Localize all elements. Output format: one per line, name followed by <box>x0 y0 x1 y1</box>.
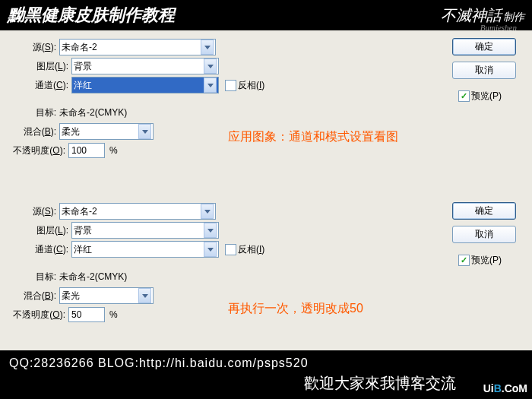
chevron-down-icon <box>204 223 217 238</box>
annotation-1: 应用图象：通道和模式设置看图 <box>228 129 398 145</box>
chevron-down-icon <box>204 59 217 74</box>
tutorial-title: 黝黑健康皮肤制作教程 <box>8 4 441 27</box>
site-watermark: UiB.CoM <box>483 382 527 394</box>
opacity-input[interactable] <box>68 143 105 158</box>
channel-label: 通道(C): <box>0 79 68 92</box>
channel-select[interactable]: 洋红 <box>71 241 219 258</box>
channel-select[interactable]: 洋红 <box>71 77 219 93</box>
invert-checkbox[interactable] <box>225 244 236 255</box>
preview-checkbox[interactable] <box>458 255 470 266</box>
blend-label: 混合(B): <box>0 290 56 302</box>
footer-welcome: 歡迎大家來我博客交流 <box>0 372 532 395</box>
layer-label: 图层(L): <box>0 224 68 237</box>
layer-select[interactable]: 背景 <box>71 58 219 74</box>
source-label: 源(S): <box>0 41 56 54</box>
annotation-2: 再执行一次，透明改成50 <box>228 301 363 317</box>
apply-image-dialog-2: 确定 取消 预览(P) 源(S): 未命名-2 图层(L): 背景 通道(C):… <box>0 195 532 359</box>
blend-select[interactable]: 柔光 <box>59 123 154 140</box>
source-select[interactable]: 未命名-2 <box>59 203 216 220</box>
source-label: 源(S): <box>0 205 56 218</box>
chevron-down-icon <box>201 204 214 219</box>
opacity-unit: % <box>109 309 118 320</box>
cancel-button[interactable]: 取消 <box>452 226 516 243</box>
invert-label: 反相(I) <box>238 243 264 256</box>
chevron-down-icon <box>204 78 217 93</box>
invert-label: 反相(I) <box>238 79 264 92</box>
apply-image-dialog-1: 确定 取消 预览(P) 源(S): 未命名-2 图层(L): 背景 通道(C):… <box>0 30 532 195</box>
layer-select[interactable]: 背景 <box>71 222 219 239</box>
blend-label: 混合(B): <box>0 125 56 138</box>
target-label: 目标: <box>0 106 56 119</box>
tutorial-header: 黝黑健康皮肤制作教程 不滅神話 制作 <box>0 0 532 30</box>
chevron-down-icon <box>138 288 151 303</box>
opacity-input[interactable] <box>68 307 105 322</box>
ok-button[interactable]: 确定 <box>452 202 516 220</box>
blend-select[interactable]: 柔光 <box>59 287 154 304</box>
chevron-down-icon <box>204 242 217 257</box>
target-value: 未命名-2(CMYK) <box>59 271 127 283</box>
chevron-down-icon <box>138 124 151 139</box>
opacity-label: 不透明度(O): <box>0 144 65 157</box>
layer-label: 图层(L): <box>0 60 68 73</box>
opacity-unit: % <box>109 145 118 156</box>
footer-contact: QQ:28236266 BLOG:http://hi.baidu.com/psp… <box>0 350 532 372</box>
source-select[interactable]: 未命名-2 <box>59 39 216 55</box>
cancel-button[interactable]: 取消 <box>452 62 516 79</box>
ok-button[interactable]: 确定 <box>452 38 516 55</box>
invert-checkbox[interactable] <box>225 80 236 91</box>
preview-label: 预览(P) <box>471 254 502 267</box>
preview-checkbox[interactable] <box>458 90 470 102</box>
preview-label: 预览(P) <box>471 90 502 103</box>
opacity-label: 不透明度(O): <box>0 309 65 321</box>
channel-label: 通道(C): <box>0 243 68 256</box>
tutorial-footer: QQ:28236266 BLOG:http://hi.baidu.com/psp… <box>0 350 532 399</box>
target-value: 未命名-2(CMYK) <box>59 106 127 119</box>
chevron-down-icon <box>201 40 214 55</box>
target-label: 目标: <box>0 271 56 283</box>
